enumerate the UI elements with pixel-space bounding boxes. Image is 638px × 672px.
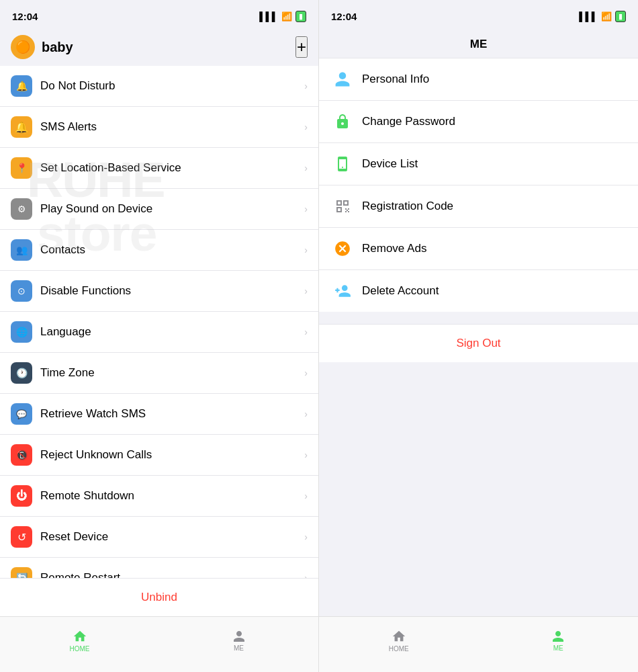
chevron-right-icon: ›: [304, 163, 308, 173]
menu-item-language[interactable]: 🌐 Language ›: [0, 312, 318, 353]
menu-item-disable-functions[interactable]: ⊙ Disable Functions ›: [0, 271, 318, 312]
add-button[interactable]: +: [295, 36, 308, 58]
wifi-icon: 📶: [601, 11, 612, 22]
change-password-label: Change Password: [362, 115, 625, 128]
language-label: Language: [40, 325, 304, 339]
person-icon: [551, 630, 565, 643]
remove-ads-label: Remove Ads: [362, 242, 625, 255]
menu-item-set-location[interactable]: 📍 Set Location-Based Service ›: [0, 148, 318, 189]
right-menu-item-change-password[interactable]: Change Password: [319, 101, 638, 143]
contacts-label: Contacts: [40, 243, 304, 257]
personal-info-icon: [332, 69, 353, 89]
baby-info: 🟠 baby: [11, 35, 73, 59]
right-tab-me[interactable]: ME: [479, 622, 639, 659]
menu-item-remote-shutdown[interactable]: ⏻ Remote Shutdown ›: [0, 476, 318, 517]
tab-me-label: ME: [234, 644, 244, 652]
remote-shutdown-label: Remote Shutdown: [40, 489, 304, 503]
right-menu-list: Personal Info Change Password Device Lis…: [319, 58, 638, 312]
registration-code-label: Registration Code: [362, 200, 625, 213]
menu-item-play-sound[interactable]: ⚙ Play Sound on Device ›: [0, 189, 318, 230]
sms-alerts-icon: 🔔: [11, 116, 32, 138]
chevron-right-icon: ›: [304, 532, 308, 542]
remote-restart-icon: 🔄: [11, 567, 32, 578]
personal-info-label: Personal Info: [362, 73, 625, 86]
right-tab-bar: HOME ME: [319, 616, 638, 672]
chevron-right-icon: ›: [304, 245, 308, 255]
avatar-emoji: 🟠: [15, 40, 30, 54]
right-header: ME: [319, 30, 638, 58]
left-menu-list: 🔔 Do Not Disturb › 🔔 SMS Alerts › 📍 Set …: [0, 66, 318, 578]
right-menu-item-delete-account[interactable]: Delete Account: [319, 270, 638, 312]
right-menu-item-personal-info[interactable]: Personal Info: [319, 58, 638, 101]
disable-functions-icon: ⊙: [11, 280, 32, 302]
divider: [319, 312, 638, 319]
menu-item-time-zone[interactable]: 🕐 Time Zone ›: [0, 353, 318, 394]
retrieve-sms-icon: 💬: [11, 403, 32, 425]
do-not-disturb-icon: 🔔: [11, 75, 32, 97]
me-title: ME: [470, 38, 488, 50]
right-menu-item-registration-code[interactable]: Registration Code: [319, 185, 638, 228]
language-icon: 🌐: [11, 321, 32, 343]
tab-home-label: HOME: [70, 645, 90, 653]
menu-item-do-not-disturb[interactable]: 🔔 Do Not Disturb ›: [0, 66, 318, 107]
gray-space: [319, 362, 638, 616]
tab-me[interactable]: ME: [159, 622, 318, 659]
sign-out-button[interactable]: Sign Out: [456, 337, 500, 350]
left-status-icons: ▌▌▌ 📶 ▮: [259, 11, 306, 22]
menu-item-reset-device[interactable]: ↺ Reset Device ›: [0, 517, 318, 558]
reset-device-icon: ↺: [11, 526, 32, 548]
left-panel: 12:04 ▌▌▌ 📶 ▮ 🟠 baby + 🔔 Do Not Disturb …: [0, 0, 319, 672]
sms-alerts-label: SMS Alerts: [40, 120, 304, 134]
home-icon: [392, 629, 406, 644]
menu-item-contacts[interactable]: 👥 Contacts ›: [0, 230, 318, 271]
time-zone-icon: 🕐: [11, 362, 32, 384]
sign-out-section: Sign Out: [319, 324, 638, 362]
chevron-right-icon: ›: [304, 368, 308, 378]
chevron-right-icon: ›: [304, 286, 308, 296]
wifi-icon: 📶: [281, 11, 292, 22]
chevron-right-icon: ›: [304, 491, 308, 501]
set-location-label: Set Location-Based Service: [40, 161, 304, 175]
retrieve-sms-label: Retrieve Watch SMS: [40, 407, 304, 421]
chevron-right-icon: ›: [304, 450, 308, 460]
right-panel: 12:04 ▌▌▌ 📶 ▮ ME Personal Info C: [319, 0, 638, 672]
chevron-right-icon: ›: [304, 573, 308, 578]
left-tab-bar: HOME ME: [0, 616, 318, 672]
menu-item-retrieve-sms[interactable]: 💬 Retrieve Watch SMS ›: [0, 394, 318, 435]
right-menu-item-device-list[interactable]: Device List: [319, 143, 638, 185]
play-sound-icon: ⚙: [11, 198, 32, 220]
menu-item-reject-calls[interactable]: 📵 Reject Unknown Calls ›: [0, 435, 318, 476]
do-not-disturb-label: Do Not Disturb: [40, 79, 304, 93]
tab-home[interactable]: HOME: [0, 622, 159, 659]
right-tab-home-label: HOME: [389, 645, 409, 653]
disable-functions-label: Disable Functions: [40, 284, 304, 298]
baby-name: baby: [42, 40, 73, 55]
menu-item-remote-restart[interactable]: 🔄 Remote Restart ›: [0, 558, 318, 578]
device-list-icon: [332, 154, 353, 174]
reset-device-label: Reset Device: [40, 530, 304, 544]
right-status-bar: 12:04 ▌▌▌ 📶 ▮: [319, 0, 638, 30]
unbind-section: Unbind: [0, 578, 318, 616]
contacts-icon: 👥: [11, 239, 32, 261]
signal-icon: ▌▌▌: [579, 11, 598, 22]
time-zone-label: Time Zone: [40, 366, 304, 380]
menu-item-sms-alerts[interactable]: 🔔 SMS Alerts ›: [0, 107, 318, 148]
battery-icon: ▮: [615, 11, 626, 22]
right-status-time: 12:04: [331, 11, 357, 22]
delete-account-label: Delete Account: [362, 284, 625, 298]
avatar: 🟠: [11, 35, 35, 59]
right-tab-home[interactable]: HOME: [319, 622, 479, 659]
home-icon: [73, 629, 87, 644]
set-location-icon: 📍: [11, 157, 32, 179]
right-menu-item-remove-ads[interactable]: Remove Ads: [319, 228, 638, 270]
right-tab-me-label: ME: [553, 644, 563, 652]
chevron-right-icon: ›: [304, 327, 308, 337]
unbind-button[interactable]: Unbind: [141, 591, 177, 604]
change-password-icon: [332, 112, 353, 132]
remote-restart-label: Remote Restart: [40, 571, 304, 578]
left-header: 🟠 baby +: [0, 30, 318, 66]
left-status-time: 12:04: [12, 11, 38, 22]
play-sound-label: Play Sound on Device: [40, 202, 304, 216]
reject-calls-label: Reject Unknown Calls: [40, 448, 304, 462]
left-status-bar: 12:04 ▌▌▌ 📶 ▮: [0, 0, 318, 30]
